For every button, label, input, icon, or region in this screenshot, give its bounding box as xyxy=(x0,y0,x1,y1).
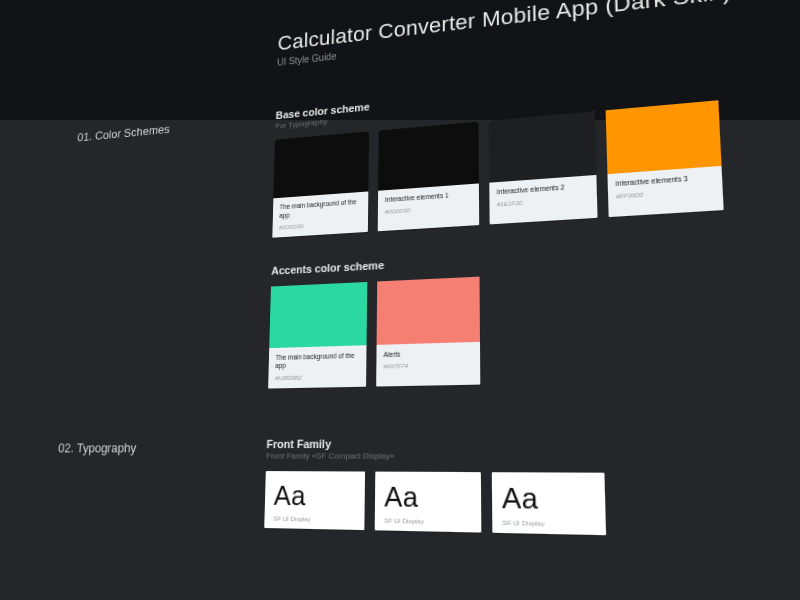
group-accents-color-scheme: Accents color scheme The main background… xyxy=(268,224,800,389)
swatch-hex: #F67F74 xyxy=(383,362,472,370)
swatch: Interactive elements 2 #1E1F20 xyxy=(489,111,598,224)
group-subtitle: Front Family «SF Compact Display» xyxy=(266,451,800,462)
section-body: Base color scheme For Typography The mai… xyxy=(267,38,800,417)
typography-font-name: SF UI Display xyxy=(502,518,595,528)
swatch-hex: #0D0D0D xyxy=(385,203,472,215)
swatch-chip xyxy=(273,131,369,198)
swatch: Alerts #F67F74 xyxy=(376,276,480,386)
swatch-label: The main background of the app xyxy=(279,198,361,221)
swatch-chip xyxy=(489,111,597,182)
swatch-chip xyxy=(378,122,479,191)
swatch-hex: #0D0D0D xyxy=(279,219,361,230)
typography-cards: Aa SF UI Display Aa SF UI Display Aa SF … xyxy=(264,471,800,545)
group-title: Front Family xyxy=(266,434,800,450)
section-typography: 02. Typography Front Family Front Family… xyxy=(0,419,800,592)
swatch-meta: The main background of the app #0D0D0D xyxy=(272,191,368,237)
swatch: Interactive elements 3 #FF9500 xyxy=(606,100,724,216)
group-font-family: Front Family Front Family «SF Compact Di… xyxy=(264,434,800,545)
swatch-chip xyxy=(606,100,722,174)
typography-card: Aa SF UI Display xyxy=(264,471,365,530)
typography-font-name: SF UI Display xyxy=(273,514,355,523)
section-body: Front Family Front Family «SF Compact Di… xyxy=(263,434,800,582)
swatch-label: Interactive elements 2 xyxy=(497,182,589,197)
section-number-col: 02. Typography xyxy=(0,438,267,558)
typography-card: Aa SF UI Display xyxy=(492,472,606,535)
swatch-meta: The main background of the app #h28D882 xyxy=(268,345,366,389)
swatch-label: Alerts xyxy=(383,348,472,360)
swatch: The main background of the app #h28D882 xyxy=(268,281,367,388)
section-number-col: 01. Color Schemes xyxy=(0,110,276,420)
swatch-meta: Interactive elements 3 #FF9500 xyxy=(607,166,723,210)
swatch-hex: #h28D882 xyxy=(275,373,359,381)
typography-sample: Aa xyxy=(502,481,595,517)
swatch-meta: Alerts #F67F74 xyxy=(376,341,480,379)
swatch-chip xyxy=(377,276,480,344)
style-guide-stage: Calculator Converter Mobile App (Dark Sk… xyxy=(0,0,800,600)
swatch-meta: Interactive elements 1 #0D0D0D xyxy=(378,183,479,224)
typography-sample: Aa xyxy=(384,480,471,515)
swatch: The main background of the app #0D0D0D xyxy=(272,131,369,237)
section-number: 02. Typography xyxy=(58,440,267,456)
typography-sample: Aa xyxy=(273,480,355,514)
section-number: 01. Color Schemes xyxy=(77,112,276,144)
swatch-label: The main background of the app xyxy=(275,351,359,371)
swatch-hex: #1E1F20 xyxy=(497,195,590,207)
typography-card: Aa SF UI Display xyxy=(375,472,482,533)
style-guide-sheet: Calculator Converter Mobile App (Dark Sk… xyxy=(0,0,800,593)
swatch-chip xyxy=(269,281,367,347)
swatch: Interactive elements 1 #0D0D0D xyxy=(378,122,479,231)
swatch-hex: #FF9500 xyxy=(616,187,715,200)
typography-font-name: SF UI Display xyxy=(384,516,471,525)
swatch-label: Interactive elements 1 xyxy=(385,190,472,205)
swatch-meta: Interactive elements 2 #1E1F20 xyxy=(489,175,597,217)
